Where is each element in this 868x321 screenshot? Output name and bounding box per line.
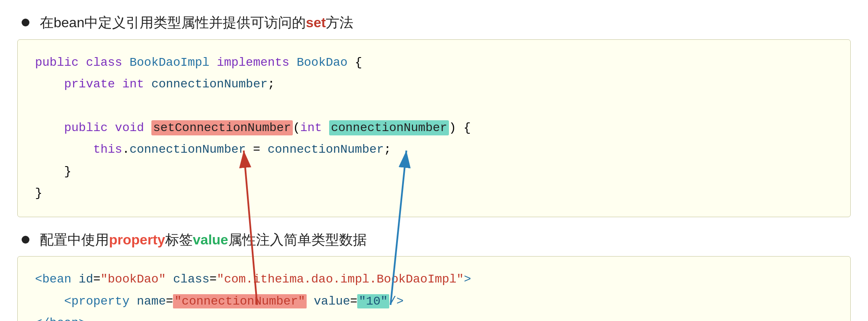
value-keyword: value [193, 232, 228, 247]
java-code-block: public class BookDaoImpl implements Book… [17, 39, 851, 217]
set-keyword: set [306, 15, 326, 30]
code-line-5: this.connectionNumber = connectionNumber… [35, 139, 833, 160]
property-keyword: property [109, 232, 165, 247]
value-attr-highlight: "10" [357, 294, 389, 308]
xml-line-3: </bean> [35, 312, 833, 321]
bullet-item-2: 配置中使用property标签value属性注入简单类型数据 [17, 230, 851, 250]
name-attr-highlight: "connectionNumber" [173, 294, 306, 308]
xml-line-1: <bean id="bookDao" class="com.itheima.da… [35, 269, 833, 290]
code-line-3 [35, 96, 833, 117]
set-method-highlight: setConnectionNumber [151, 120, 293, 135]
bullet-text-1: 在bean中定义引用类型属性并提供可访问的set方法 [40, 13, 353, 32]
code-line-1: public class BookDaoImpl implements Book… [35, 52, 833, 74]
code-line-2: private int connectionNumber; [35, 74, 833, 95]
code-line-7: } [35, 183, 833, 204]
xml-line-2: <property name="connectionNumber" value=… [35, 291, 833, 312]
xml-code-block: <bean id="bookDao" class="com.itheima.da… [17, 256, 851, 321]
bullet-text-2: 配置中使用property标签value属性注入简单类型数据 [40, 230, 367, 250]
code-line-4: public void setConnectionNumber(int conn… [35, 117, 833, 139]
param-highlight: connectionNumber [329, 120, 449, 135]
bullet-item-1: 在bean中定义引用类型属性并提供可访问的set方法 [17, 13, 851, 32]
bullet-dot-2 [22, 236, 29, 244]
bullet-dot-1 [22, 19, 29, 26]
code-line-6: } [35, 161, 833, 183]
